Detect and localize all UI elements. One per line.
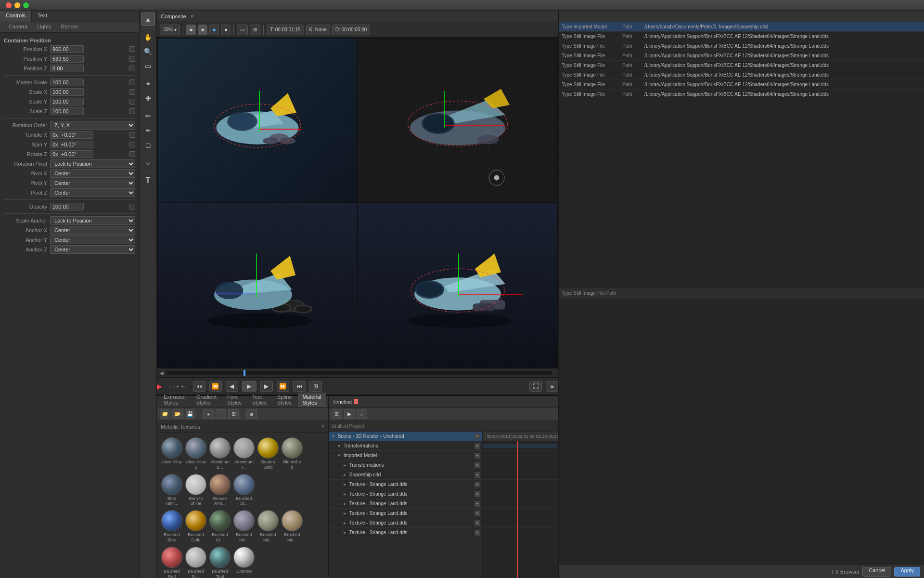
- mat-remove-btn[interactable]: -: [216, 409, 226, 419]
- scale-y-checkbox[interactable]: [129, 99, 135, 105]
- timeline-track-timeline-row[interactable]: [483, 441, 558, 451]
- track-expand-icon[interactable]: ▸: [342, 472, 348, 478]
- tab-gradient-styles[interactable]: Gradient Styles: [192, 393, 221, 407]
- filter-dropdown-icon[interactable]: ▾: [321, 423, 324, 430]
- spin-y-checkbox[interactable]: [129, 142, 135, 147]
- scale-z-checkbox[interactable]: [129, 108, 135, 114]
- material-swatch[interactable]: Brushed Gold: [185, 509, 207, 544]
- step-back-btn[interactable]: ◀: [226, 381, 238, 392]
- track-expand-icon[interactable]: ▾: [336, 453, 342, 459]
- viewport-quad-tl[interactable]: [158, 39, 357, 202]
- step-fwd-btn[interactable]: ▶: [260, 381, 273, 392]
- timeline-track-row[interactable]: ▸ Texture - Strange Land.dds ●: [329, 480, 482, 489]
- playhead[interactable]: [517, 441, 518, 578]
- track-expand-icon[interactable]: ▸: [342, 501, 348, 507]
- mat-duplicate-btn[interactable]: ⊞: [228, 409, 239, 419]
- rotation-order-select[interactable]: Z, Y, X: [50, 121, 135, 130]
- tab-spline-styles[interactable]: Spline Styles: [272, 393, 297, 407]
- position-y-checkbox[interactable]: [129, 56, 135, 62]
- options-btn[interactable]: ≡: [546, 381, 558, 392]
- circle-tool[interactable]: ○: [141, 156, 155, 170]
- anchor-z-select[interactable]: Center: [50, 245, 135, 254]
- timeline-track-timeline-row[interactable]: [483, 460, 558, 470]
- pan-tool[interactable]: ✋: [141, 30, 155, 44]
- material-swatch[interactable]: Brushed Teal: [209, 546, 231, 578]
- master-scale-input[interactable]: [50, 79, 84, 86]
- path-row[interactable]: Type Imported Model Path /Users/borisfx/…: [559, 22, 924, 32]
- tumble-x-input[interactable]: [50, 131, 93, 139]
- path-row[interactable]: Type Still Image File Path /Library/Appl…: [559, 90, 924, 99]
- anchor-y-select[interactable]: Center: [50, 236, 135, 244]
- timeline-track-row[interactable]: ▸ Texture - Strange Land.dds ●: [329, 518, 482, 528]
- tab-text[interactable]: Text: [32, 11, 53, 22]
- playback-thumb[interactable]: [244, 370, 245, 376]
- material-swatch[interactable]: Born to Shine: [185, 473, 207, 508]
- tab-controls[interactable]: Controls: [0, 11, 32, 22]
- track-vis-icon[interactable]: ●: [475, 462, 480, 468]
- timeline-track-timeline-row[interactable]: [483, 470, 558, 480]
- key-tool-1[interactable]: ⬦: [168, 383, 171, 389]
- track-vis-icon[interactable]: ●: [475, 443, 480, 449]
- viewport-quad-br[interactable]: [358, 203, 557, 367]
- track-expand-icon[interactable]: ▸: [342, 462, 348, 468]
- path-row[interactable]: Type Still Image File Path /Library/Appl…: [559, 32, 924, 41]
- expand-btn[interactable]: ⛶: [529, 381, 542, 392]
- overlay-btn[interactable]: ⊞: [250, 25, 260, 35]
- track-expand-icon[interactable]: ▸: [342, 491, 348, 497]
- timeline-track-row[interactable]: ▸ Texture - Strange Land.dds ●: [329, 509, 482, 518]
- material-swatch[interactable]: Blue Tami...: [161, 473, 183, 508]
- tl-play-btn[interactable]: ▶: [344, 409, 355, 419]
- next-frame-btn[interactable]: ⏩: [277, 381, 289, 392]
- tumble-x-checkbox[interactable]: [129, 132, 135, 138]
- rotate-z-input[interactable]: [50, 150, 93, 158]
- master-scale-checkbox[interactable]: [129, 79, 135, 85]
- track-expand-icon[interactable]: ▸: [342, 520, 348, 526]
- minimize-button[interactable]: [14, 2, 20, 8]
- material-swatch[interactable]: Brushed Bl...: [233, 473, 255, 508]
- go-to-end-btn[interactable]: ⏭: [293, 381, 306, 392]
- subtab-render[interactable]: Render: [56, 22, 83, 32]
- subtab-lights[interactable]: Lights: [32, 22, 56, 32]
- track-vis-icon[interactable]: ●: [475, 501, 480, 507]
- timeline-track-row[interactable]: ▸ Texture - Strange Land.dds ●: [329, 489, 482, 499]
- close-button[interactable]: [6, 2, 12, 8]
- loop-btn[interactable]: ⊞: [309, 381, 322, 392]
- pivot-y-select[interactable]: Center: [50, 179, 135, 187]
- material-swatch[interactable]: Chrome: [233, 546, 255, 578]
- mat-save-btn[interactable]: 💾: [185, 409, 195, 419]
- rotation-pivot-select[interactable]: Lock to Position: [50, 159, 135, 168]
- material-swatch[interactable]: Aluminum B...: [209, 436, 231, 471]
- text-tool[interactable]: T: [141, 174, 155, 187]
- timeline-track-timeline-row[interactable]: [483, 509, 558, 518]
- track-vis-icon[interactable]: ●: [475, 434, 480, 439]
- tab-text-styles[interactable]: Text Styles: [247, 393, 271, 407]
- timeline-track-row[interactable]: ▾ Transformations ●: [329, 441, 482, 451]
- play-btn[interactable]: ▶: [242, 381, 257, 392]
- track-expand-icon[interactable]: ▸: [342, 482, 348, 487]
- tl-key-btn[interactable]: ⬦: [357, 409, 367, 419]
- material-swatch[interactable]: Brushed Blue: [161, 509, 183, 544]
- mat-new-btn[interactable]: 📁: [160, 409, 170, 419]
- material-swatch[interactable]: Brushed Sil...: [185, 546, 207, 578]
- timeline-track-timeline-row[interactable]: [483, 538, 558, 547]
- path-row[interactable]: Type Still Image File Path /Library/Appl…: [559, 70, 924, 80]
- timeline-close-icon[interactable]: ✕: [354, 399, 358, 404]
- material-swatch[interactable]: Brushed Gr...: [209, 509, 231, 544]
- shape-tool[interactable]: ◻: [141, 138, 155, 152]
- subtab-camera[interactable]: Camera: [4, 22, 32, 32]
- scale-z-input[interactable]: [50, 107, 84, 115]
- position-z-checkbox[interactable]: [129, 66, 135, 71]
- track-vis-icon[interactable]: ●: [475, 482, 480, 487]
- timeline-track-timeline-row[interactable]: [483, 480, 558, 489]
- track-vis-icon[interactable]: ●: [475, 453, 480, 459]
- paint-tool[interactable]: ✏: [141, 109, 155, 123]
- viewport-close-icon[interactable]: ✕: [190, 13, 194, 19]
- timeline-track-timeline-row[interactable]: [483, 499, 558, 509]
- material-swatch[interactable]: Brushed Me...: [233, 509, 255, 544]
- position-x-input[interactable]: [50, 45, 84, 53]
- track-vis-icon[interactable]: ●: [475, 491, 480, 497]
- track-vis-icon[interactable]: ●: [475, 520, 480, 526]
- track-vis-icon[interactable]: ●: [475, 511, 480, 516]
- scale-x-input[interactable]: [50, 88, 84, 96]
- channel-b[interactable]: ■: [209, 25, 219, 35]
